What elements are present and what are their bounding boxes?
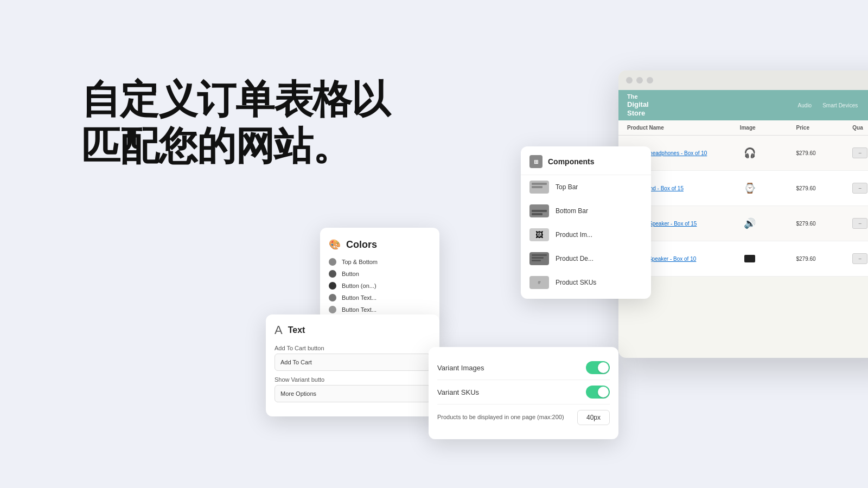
store-header: TheDigitalStore Audio Smart Devices Smar… (618, 90, 868, 120)
col-price: Price (796, 125, 852, 131)
color-row-top-bottom[interactable]: Top & Bottom (329, 258, 431, 266)
panel-item-product-description[interactable]: Product De... (521, 247, 651, 271)
products-per-page-row: Products to be displayed in one page (ma… (437, 404, 610, 431)
text-panel-title: A Text (275, 323, 431, 337)
panel-item-product-image[interactable]: 🖼 Product Im... (521, 223, 651, 247)
panel-item-bottom-bar[interactable]: Bottom Bar (521, 199, 651, 223)
text-icon: A (275, 323, 283, 337)
col-product-name: Product Name (627, 125, 740, 131)
product-price: $279.60 (796, 185, 852, 191)
colors-list: Top & Bottom Button Button (on...) Butto… (329, 258, 431, 313)
settings-panel: Variant Images Variant SKUs Products to … (429, 347, 618, 439)
product-desc-icon (529, 252, 549, 265)
products-per-page-label: Products to be displayed in one page (ma… (437, 413, 564, 421)
show-variant-label: Show Variant butto (275, 376, 431, 383)
window-dot-green (647, 77, 653, 84)
show-variant-row: Show Variant butto (275, 376, 431, 402)
product-skus-icon: # (529, 276, 549, 289)
panel-item-product-skus[interactable]: # Product SKUs (521, 271, 651, 294)
store-logo: TheDigitalStore (627, 93, 649, 117)
bottom-bar-icon (529, 204, 549, 217)
color-row-button-on[interactable]: Button (on...) (329, 282, 431, 290)
color-dot (329, 258, 336, 266)
variant-images-label: Variant Images (437, 364, 484, 372)
table-row: Wireless headphones - Box of 10 🎧 $279.6… (618, 136, 868, 171)
browser-titlebar (618, 70, 868, 90)
browser-window: TheDigitalStore Audio Smart Devices Smar… (618, 70, 868, 358)
palette-icon: 🎨 (329, 239, 341, 251)
color-dot (329, 270, 336, 278)
variant-skus-row: Variant SKUs (437, 380, 610, 404)
product-price: $279.60 (796, 150, 852, 156)
col-quantity: Qua (852, 125, 868, 131)
colors-panel: 🎨 Colors Top & Bottom Button Button (on.… (320, 228, 439, 324)
table-row: Outdoor Speaker - Box of 10 $279.60 – (618, 241, 868, 277)
variant-images-toggle[interactable] (586, 361, 610, 374)
col-image: Image (740, 125, 796, 131)
product-skus-label: Product SKUs (556, 279, 596, 286)
product-image: ⌚ (740, 178, 760, 198)
variant-skus-toggle[interactable] (586, 386, 610, 399)
product-image-icon: 🖼 (529, 228, 549, 241)
variant-skus-label: Variant SKUs (437, 388, 479, 396)
product-price: $279.60 (796, 256, 852, 262)
color-dot (329, 294, 336, 301)
store-nav: Audio Smart Devices Smart Ou (798, 102, 868, 108)
product-desc-label: Product De... (556, 255, 593, 262)
table-row: Smart Band - Box of 15 ⌚ $279.60 – (618, 171, 868, 206)
color-row-button[interactable]: Button (329, 270, 431, 278)
color-row-button-text-2[interactable]: Button Text... (329, 306, 431, 313)
products-per-page-input[interactable] (577, 410, 610, 425)
text-panel: A Text Add To Cart button Show Variant b… (266, 314, 439, 416)
product-image: 🔊 (740, 214, 760, 233)
add-to-cart-label: Add To Cart button (275, 345, 431, 351)
product-image-label: Product Im... (556, 231, 592, 239)
color-dot (329, 282, 336, 290)
bottom-bar-label: Bottom Bar (556, 207, 588, 215)
color-row-button-text-1[interactable]: Button Text... (329, 294, 431, 301)
add-to-cart-input[interactable] (275, 354, 431, 371)
variant-images-row: Variant Images (437, 356, 610, 380)
product-price: $279.60 (796, 221, 852, 227)
product-image: 🎧 (740, 143, 760, 163)
product-image (740, 249, 760, 268)
top-bar-label: Top Bar (556, 183, 578, 191)
top-bar-icon (529, 181, 549, 194)
qty-button[interactable]: – (852, 253, 867, 264)
qty-button[interactable]: – (852, 183, 867, 194)
nav-audio[interactable]: Audio (798, 102, 812, 108)
color-dot (329, 306, 336, 313)
window-dot-red (626, 77, 633, 84)
window-dot-yellow (636, 77, 643, 84)
colors-panel-title: 🎨 Colors (329, 239, 431, 251)
components-panel: ⊞ Components Top Bar Bottom Bar 🖼 Produc… (521, 146, 651, 299)
panel-item-top-bar[interactable]: Top Bar (521, 175, 651, 199)
show-variant-input[interactable] (275, 385, 431, 402)
add-to-cart-row: Add To Cart button (275, 345, 431, 371)
qty-button[interactable]: – (852, 147, 867, 158)
main-heading: 自定义订单表格以 匹配您的网站。 (81, 76, 390, 170)
qty-button[interactable]: – (852, 218, 867, 229)
components-panel-title: ⊞ Components (521, 155, 651, 175)
table-header: Product Name Image Price Qua (618, 120, 868, 136)
components-icon: ⊞ (529, 155, 542, 168)
nav-smart-devices[interactable]: Smart Devices (822, 102, 858, 108)
table-row: Portable Speaker - Box of 15 🔊 $279.60 – (618, 206, 868, 241)
